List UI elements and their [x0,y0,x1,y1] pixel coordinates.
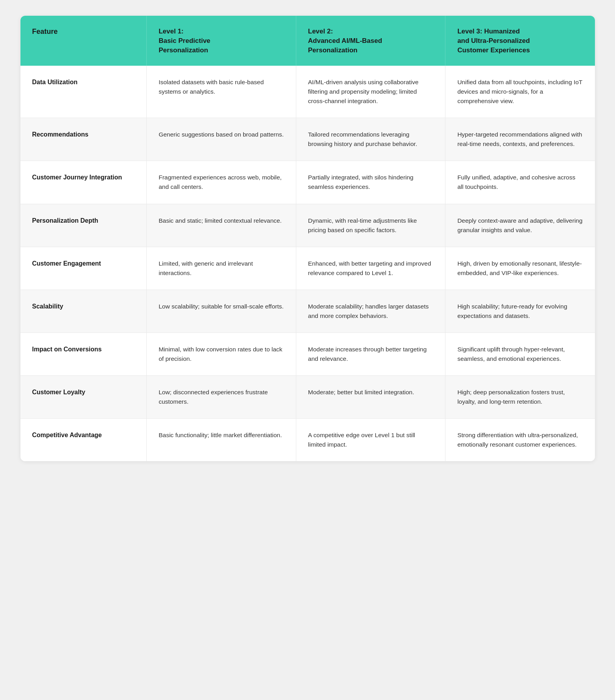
level1-value: Low; disconnected experiences frustrate … [147,375,296,418]
level1-value: Fragmented experiences across web, mobil… [147,161,296,204]
feature-label: Impact on Conversions [20,332,147,375]
level1-value: Minimal, with low conversion rates due t… [147,332,296,375]
table-row: ScalabilityLow scalability; suitable for… [20,290,595,332]
table-row: Customer Journey IntegrationFragmented e… [20,161,595,204]
header-level3: Level 3: Humanized and Ultra-Personalize… [445,16,595,66]
feature-label: Data Utilization [20,66,147,118]
comparison-table: Feature Level 1: Basic Predictive Person… [20,16,595,461]
feature-label: Scalability [20,290,147,332]
level3-value: High, driven by emotionally resonant, li… [445,247,595,290]
table-row: Personalization DepthBasic and static; l… [20,204,595,247]
level1-value: Low scalability; suitable for small-scal… [147,290,296,332]
level1-value: Isolated datasets with basic rule-based … [147,66,296,118]
level3-value: Fully unified, adaptive, and cohesive ac… [445,161,595,204]
level2-value: Moderate increases through better target… [296,332,445,375]
feature-label: Competitive Advantage [20,418,147,461]
level3-value: High scalability; future-ready for evolv… [445,290,595,332]
feature-label: Customer Loyalty [20,375,147,418]
level2-value: Dynamic, with real-time adjustments like… [296,204,445,247]
level3-value: Hyper-targeted recommendations aligned w… [445,118,595,161]
feature-label: Personalization Depth [20,204,147,247]
feature-label: Customer Engagement [20,247,147,290]
feature-label: Customer Journey Integration [20,161,147,204]
level2-value: Partially integrated, with silos hinderi… [296,161,445,204]
table-row: Data UtilizationIsolated datasets with b… [20,66,595,118]
level3-value: High; deep personalization fosters trust… [445,375,595,418]
header-level1: Level 1: Basic Predictive Personalizatio… [147,16,296,66]
level2-value: Moderate; better but limited integration… [296,375,445,418]
table-header-row: Feature Level 1: Basic Predictive Person… [20,16,595,66]
level1-value: Basic and static; limited contextual rel… [147,204,296,247]
level1-value: Basic functionality; little market diffe… [147,418,296,461]
level2-value: A competitive edge over Level 1 but stil… [296,418,445,461]
level2-value: AI/ML-driven analysis using collaborativ… [296,66,445,118]
table-row: Competitive AdvantageBasic functionality… [20,418,595,461]
level2-value: Enhanced, with better targeting and impr… [296,247,445,290]
level3-value: Deeply context-aware and adaptive, deliv… [445,204,595,247]
level2-value: Tailored recommendations leveraging brow… [296,118,445,161]
header-feature: Feature [20,16,147,66]
feature-label: Recommendations [20,118,147,161]
table-row: Impact on ConversionsMinimal, with low c… [20,332,595,375]
table-row: Customer LoyaltyLow; disconnected experi… [20,375,595,418]
table-row: Customer EngagementLimited, with generic… [20,247,595,290]
table-row: RecommendationsGeneric suggestions based… [20,118,595,161]
header-level2: Level 2: Advanced AI/ML-Based Personaliz… [296,16,445,66]
level2-value: Moderate scalability; handles larger dat… [296,290,445,332]
level3-value: Significant uplift through hyper-relevan… [445,332,595,375]
level3-value: Strong differentiation with ultra-person… [445,418,595,461]
level1-value: Limited, with generic and irrelevant int… [147,247,296,290]
level3-value: Unified data from all touchpoints, inclu… [445,66,595,118]
level1-value: Generic suggestions based on broad patte… [147,118,296,161]
